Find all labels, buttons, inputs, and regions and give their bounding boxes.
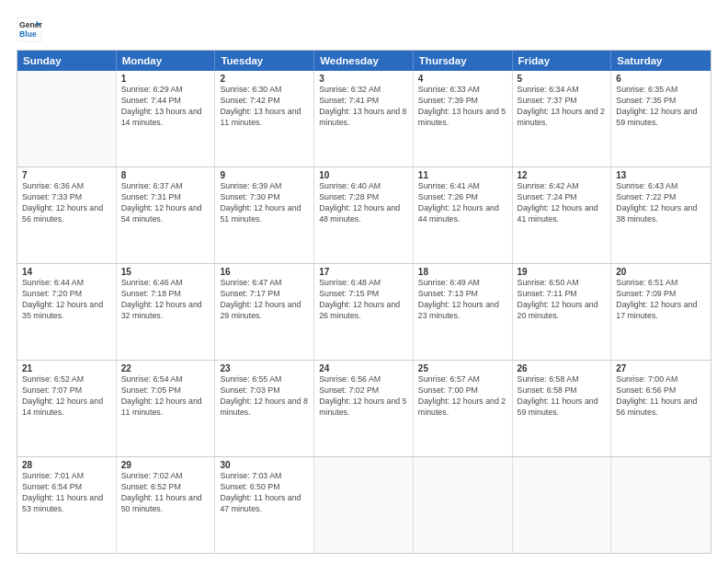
day-cell-18: 18Sunrise: 6:49 AMSunset: 7:13 PMDayligh… <box>414 264 513 360</box>
day-info: Sunrise: 6:42 AMSunset: 7:24 PMDaylight:… <box>518 181 607 225</box>
day-number: 5 <box>518 74 607 84</box>
day-info: Sunrise: 6:29 AMSunset: 7:44 PMDaylight:… <box>121 85 210 129</box>
day-cell-16: 16Sunrise: 6:47 AMSunset: 7:17 PMDayligh… <box>215 264 314 360</box>
day-info: Sunrise: 6:34 AMSunset: 7:37 PMDaylight:… <box>518 85 607 129</box>
week-row-1: 7Sunrise: 6:36 AMSunset: 7:33 PMDaylight… <box>17 167 711 263</box>
day-number: 2 <box>220 74 309 84</box>
day-info: Sunrise: 7:00 AMSunset: 6:56 PMDaylight:… <box>616 374 706 419</box>
calendar-body: 1Sunrise: 6:29 AMSunset: 7:44 PMDaylight… <box>17 71 711 553</box>
day-cell-19: 19Sunrise: 6:50 AMSunset: 7:11 PMDayligh… <box>513 264 612 360</box>
day-cell-9: 9Sunrise: 6:39 AMSunset: 7:30 PMDaylight… <box>215 167 314 263</box>
empty-cell <box>414 457 513 553</box>
day-number: 1 <box>121 74 210 84</box>
day-number: 25 <box>418 363 507 373</box>
day-info: Sunrise: 6:54 AMSunset: 7:05 PMDaylight:… <box>121 374 210 419</box>
day-info: Sunrise: 6:32 AMSunset: 7:41 PMDaylight:… <box>319 85 408 129</box>
day-number: 13 <box>616 170 706 180</box>
week-row-2: 14Sunrise: 6:44 AMSunset: 7:20 PMDayligh… <box>17 263 711 360</box>
svg-text:General: General <box>19 20 42 29</box>
day-number: 30 <box>220 460 309 470</box>
calendar-header: SundayMondayTuesdayWednesdayThursdayFrid… <box>17 51 711 71</box>
day-cell-17: 17Sunrise: 6:48 AMSunset: 7:15 PMDayligh… <box>314 264 414 360</box>
day-cell-14: 14Sunrise: 6:44 AMSunset: 7:20 PMDayligh… <box>17 264 117 360</box>
day-info: Sunrise: 6:49 AMSunset: 7:13 PMDaylight:… <box>418 278 507 322</box>
day-number: 10 <box>319 170 408 180</box>
day-number: 23 <box>220 363 309 373</box>
day-cell-24: 24Sunrise: 6:56 AMSunset: 7:02 PMDayligh… <box>314 361 414 456</box>
day-info: Sunrise: 6:36 AMSunset: 7:33 PMDaylight:… <box>22 181 111 225</box>
day-number: 14 <box>22 267 111 277</box>
day-info: Sunrise: 6:43 AMSunset: 7:22 PMDaylight:… <box>616 181 706 225</box>
day-cell-2: 2Sunrise: 6:30 AMSunset: 7:42 PMDaylight… <box>215 71 314 167</box>
day-number: 28 <box>22 460 111 470</box>
day-cell-3: 3Sunrise: 6:32 AMSunset: 7:41 PMDaylight… <box>314 71 414 167</box>
day-cell-10: 10Sunrise: 6:40 AMSunset: 7:28 PMDayligh… <box>314 167 414 263</box>
header: General Blue <box>17 17 711 42</box>
day-info: Sunrise: 6:39 AMSunset: 7:30 PMDaylight:… <box>220 181 309 225</box>
day-cell-13: 13Sunrise: 6:43 AMSunset: 7:22 PMDayligh… <box>611 167 711 263</box>
day-info: Sunrise: 7:02 AMSunset: 6:52 PMDaylight:… <box>121 471 210 515</box>
day-cell-26: 26Sunrise: 6:58 AMSunset: 6:58 PMDayligh… <box>513 361 612 456</box>
day-info: Sunrise: 6:35 AMSunset: 7:35 PMDaylight:… <box>616 85 706 129</box>
header-day-tuesday: Tuesday <box>215 51 314 71</box>
empty-cell <box>611 457 711 553</box>
logo-icon: General Blue <box>17 17 42 42</box>
day-number: 6 <box>616 74 706 84</box>
day-number: 22 <box>121 363 210 373</box>
day-cell-29: 29Sunrise: 7:02 AMSunset: 6:52 PMDayligh… <box>117 457 216 553</box>
day-cell-5: 5Sunrise: 6:34 AMSunset: 7:37 PMDaylight… <box>513 71 612 167</box>
day-cell-12: 12Sunrise: 6:42 AMSunset: 7:24 PMDayligh… <box>513 167 612 263</box>
day-info: Sunrise: 6:47 AMSunset: 7:17 PMDaylight:… <box>220 278 309 322</box>
empty-cell <box>513 457 612 553</box>
day-number: 18 <box>418 267 507 277</box>
day-number: 3 <box>319 74 408 84</box>
day-info: Sunrise: 6:57 AMSunset: 7:00 PMDaylight:… <box>418 374 507 419</box>
day-number: 26 <box>518 363 607 373</box>
header-day-monday: Monday <box>117 51 216 71</box>
day-info: Sunrise: 6:56 AMSunset: 7:02 PMDaylight:… <box>319 374 408 419</box>
day-number: 27 <box>616 363 706 373</box>
header-day-thursday: Thursday <box>414 51 513 71</box>
day-info: Sunrise: 6:41 AMSunset: 7:26 PMDaylight:… <box>418 181 507 225</box>
day-info: Sunrise: 6:51 AMSunset: 7:09 PMDaylight:… <box>616 278 706 322</box>
calendar: SundayMondayTuesdayWednesdayThursdayFrid… <box>17 50 711 554</box>
day-cell-28: 28Sunrise: 7:01 AMSunset: 6:54 PMDayligh… <box>17 457 117 553</box>
day-info: Sunrise: 7:01 AMSunset: 6:54 PMDaylight:… <box>22 471 111 515</box>
day-info: Sunrise: 6:44 AMSunset: 7:20 PMDaylight:… <box>22 278 111 322</box>
day-cell-23: 23Sunrise: 6:55 AMSunset: 7:03 PMDayligh… <box>215 361 314 456</box>
day-cell-7: 7Sunrise: 6:36 AMSunset: 7:33 PMDaylight… <box>17 167 117 263</box>
day-info: Sunrise: 7:03 AMSunset: 6:50 PMDaylight:… <box>220 471 309 515</box>
day-info: Sunrise: 6:33 AMSunset: 7:39 PMDaylight:… <box>418 85 507 129</box>
svg-text:Blue: Blue <box>19 29 37 39</box>
day-info: Sunrise: 6:46 AMSunset: 7:18 PMDaylight:… <box>121 278 210 322</box>
day-cell-27: 27Sunrise: 7:00 AMSunset: 6:56 PMDayligh… <box>611 361 711 456</box>
page: General Blue SundayMondayTuesdayWednesda… <box>0 0 728 563</box>
day-cell-20: 20Sunrise: 6:51 AMSunset: 7:09 PMDayligh… <box>611 264 711 360</box>
day-info: Sunrise: 6:48 AMSunset: 7:15 PMDaylight:… <box>319 278 408 322</box>
day-cell-25: 25Sunrise: 6:57 AMSunset: 7:00 PMDayligh… <box>414 361 513 456</box>
day-number: 21 <box>22 363 111 373</box>
day-info: Sunrise: 6:50 AMSunset: 7:11 PMDaylight:… <box>518 278 607 322</box>
week-row-4: 28Sunrise: 7:01 AMSunset: 6:54 PMDayligh… <box>17 456 711 553</box>
day-number: 4 <box>418 74 507 84</box>
day-number: 16 <box>220 267 309 277</box>
day-number: 20 <box>616 267 706 277</box>
empty-cell <box>314 457 414 553</box>
day-cell-21: 21Sunrise: 6:52 AMSunset: 7:07 PMDayligh… <box>17 361 117 456</box>
header-day-friday: Friday <box>513 51 612 71</box>
day-number: 12 <box>518 170 607 180</box>
day-number: 11 <box>418 170 507 180</box>
day-number: 17 <box>319 267 408 277</box>
day-info: Sunrise: 6:55 AMSunset: 7:03 PMDaylight:… <box>220 374 309 419</box>
day-cell-6: 6Sunrise: 6:35 AMSunset: 7:35 PMDaylight… <box>611 71 711 167</box>
header-day-wednesday: Wednesday <box>314 51 414 71</box>
day-cell-1: 1Sunrise: 6:29 AMSunset: 7:44 PMDaylight… <box>117 71 216 167</box>
day-info: Sunrise: 6:40 AMSunset: 7:28 PMDaylight:… <box>319 181 408 225</box>
logo: General Blue <box>17 17 46 42</box>
day-info: Sunrise: 6:37 AMSunset: 7:31 PMDaylight:… <box>121 181 210 225</box>
day-number: 19 <box>518 267 607 277</box>
header-day-saturday: Saturday <box>611 51 711 71</box>
day-number: 29 <box>121 460 210 470</box>
day-cell-4: 4Sunrise: 6:33 AMSunset: 7:39 PMDaylight… <box>414 71 513 167</box>
day-cell-30: 30Sunrise: 7:03 AMSunset: 6:50 PMDayligh… <box>215 457 314 553</box>
